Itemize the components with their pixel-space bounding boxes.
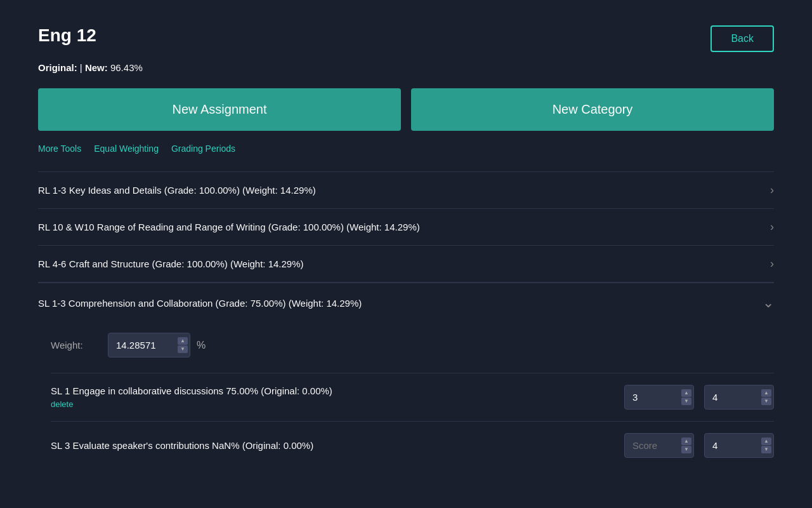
assignment-info-sl1: SL 1 Engage in collaborative discussions…	[51, 385, 614, 409]
weight-label-sl13: Weight:	[51, 340, 102, 351]
score-decrement-sl1[interactable]: ▼	[681, 398, 691, 405]
back-button[interactable]: Back	[710, 25, 774, 52]
category-row-rl10w10[interactable]: RL 10 & W10 Range of Reading and Range o…	[38, 208, 774, 245]
weight-increment-sl13[interactable]: ▲	[178, 337, 188, 345]
weight-pct-symbol-sl13: %	[197, 340, 206, 351]
chevron-down-icon-sl13: ⌄	[763, 295, 774, 311]
page-header: Eng 12 Back	[38, 25, 774, 52]
weight-input-container-sl13: ▲▼	[108, 333, 190, 358]
new-category-button[interactable]: New Category	[411, 88, 774, 131]
score-increment-sl1[interactable]: ▲	[681, 389, 691, 397]
total-decrement-sl3[interactable]: ▼	[761, 446, 771, 453]
score-decrement-sl3[interactable]: ▼	[681, 446, 691, 453]
action-buttons: New Assignment New Category	[38, 88, 774, 131]
grade-info: Original: | New: 96.43%	[38, 62, 774, 73]
weight-decrement-sl13[interactable]: ▼	[178, 345, 188, 353]
total-increment-sl1[interactable]: ▲	[761, 389, 771, 397]
assignment-name-sl1: SL 1 Engage in collaborative discussions…	[51, 385, 332, 396]
category-row-rl46[interactable]: RL 4-6 Craft and Structure (Grade: 100.0…	[38, 245, 774, 282]
assignment-row-sl3: SL 3 Evaluate speaker's contributions Na…	[51, 421, 774, 469]
assignment-name-sl3: SL 3 Evaluate speaker's contributions Na…	[51, 440, 313, 451]
assignment-info-sl3: SL 3 Evaluate speaker's contributions Na…	[51, 440, 614, 451]
weight-row-sl13: Weight:▲▼%	[38, 323, 774, 373]
score-spinner-sl1: ▲▼	[681, 389, 691, 405]
assignment-list-sl13: SL 1 Engage in collaborative discussions…	[38, 373, 774, 469]
total-container-sl1: ▲▼	[704, 385, 774, 410]
category-expanded-label-sl13: SL 1-3 Comprehension and Collaboration (…	[38, 298, 362, 309]
category-list: RL 1-3 Key Ideas and Details (Grade: 100…	[38, 171, 774, 474]
chevron-right-icon-rl10w10: ›	[770, 220, 774, 234]
category-row-rl13[interactable]: RL 1-3 Key Ideas and Details (Grade: 100…	[38, 171, 774, 208]
category-label-rl13: RL 1-3 Key Ideas and Details (Grade: 100…	[38, 185, 316, 196]
pipe-separator: |	[80, 62, 82, 73]
tool-more-tools[interactable]: More Tools	[38, 144, 81, 154]
tool-equal-weighting[interactable]: Equal Weighting	[94, 144, 159, 154]
assignment-row-sl1: SL 1 Engage in collaborative discussions…	[51, 373, 774, 421]
total-container-sl3: ▲▼	[704, 433, 774, 458]
total-spinner-sl1: ▲▼	[761, 389, 771, 405]
category-header-sl13[interactable]: SL 1-3 Comprehension and Collaboration (…	[38, 283, 774, 323]
weight-spinner-sl13: ▲▼	[178, 337, 188, 353]
tool-grading-periods[interactable]: Grading Periods	[171, 144, 235, 154]
page-title: Eng 12	[38, 25, 96, 46]
total-decrement-sl1[interactable]: ▼	[761, 398, 771, 405]
expanded-section-sl13: SL 1-3 Comprehension and Collaboration (…	[38, 282, 774, 474]
category-label-rl10w10: RL 10 & W10 Range of Reading and Range o…	[38, 222, 420, 232]
chevron-right-icon-rl13: ›	[770, 184, 774, 197]
score-spinner-sl3: ▲▼	[681, 438, 691, 453]
chevron-right-icon-rl46: ›	[770, 257, 774, 271]
original-label: Original:	[38, 62, 77, 73]
total-spinner-sl3: ▲▼	[761, 438, 771, 453]
total-increment-sl3[interactable]: ▲	[761, 438, 771, 445]
score-container-sl3: ▲▼	[624, 433, 694, 458]
new-label: New:	[85, 62, 108, 73]
new-assignment-button[interactable]: New Assignment	[38, 88, 401, 131]
category-label-rl46: RL 4-6 Craft and Structure (Grade: 100.0…	[38, 258, 304, 269]
tools-row: More ToolsEqual WeightingGrading Periods	[38, 144, 774, 154]
new-grade-value: 96.43%	[110, 62, 143, 73]
score-container-sl1: ▲▼	[624, 385, 694, 410]
score-increment-sl3[interactable]: ▲	[681, 438, 691, 445]
delete-button-sl1[interactable]: delete	[51, 399, 73, 409]
